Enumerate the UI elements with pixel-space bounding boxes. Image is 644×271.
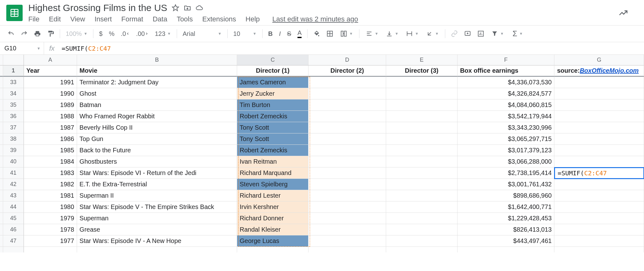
cell-g[interactable]	[554, 77, 644, 88]
cell-box-office[interactable]: $3,001,761,432	[458, 179, 554, 190]
spreadsheet-grid[interactable]: A B C D E F G 1 Year Movie Director (1) …	[0, 55, 644, 252]
cell-director[interactable]: Irvin Kershner	[237, 201, 308, 213]
row-header[interactable]: 38	[3, 133, 24, 145]
cell-g[interactable]: G10	[554, 156, 644, 167]
text-color-button[interactable]: A	[295, 27, 304, 40]
name-box[interactable]: G10▼	[0, 42, 44, 54]
cell-director[interactable]: George Lucas	[237, 235, 308, 247]
cell-g[interactable]	[554, 145, 644, 156]
cell-director3[interactable]	[386, 201, 458, 213]
insert-link-button[interactable]	[448, 28, 460, 39]
cell-g[interactable]	[554, 179, 644, 190]
text-rotate-button[interactable]: ▼	[423, 29, 442, 38]
cell-box-office[interactable]: $3,343,230,996	[458, 122, 554, 133]
cell-g[interactable]	[554, 224, 644, 235]
cell-director2[interactable]	[308, 201, 386, 213]
cell-g[interactable]	[554, 88, 644, 99]
cell-director[interactable]: Steven Spielberg	[237, 179, 308, 190]
cell-director[interactable]: Ivan Reitman	[237, 156, 308, 167]
cell-director3[interactable]	[386, 77, 458, 88]
cell-box-office[interactable]: $3,542,179,944	[458, 111, 554, 122]
row-header[interactable]: 36	[3, 111, 24, 122]
cell-box-office[interactable]: $1,229,428,453	[458, 213, 554, 224]
cell-movie[interactable]: Batman	[77, 99, 237, 111]
select-all-corner[interactable]	[3, 55, 24, 65]
header-director-2[interactable]: Director (2)	[308, 65, 386, 77]
menu-tools[interactable]: Tools	[177, 15, 193, 23]
cell-director2[interactable]	[308, 224, 386, 235]
zoom-dropdown[interactable]: 100%▼	[63, 29, 90, 39]
horizontal-align-button[interactable]: ▼	[363, 29, 381, 38]
doc-title[interactable]: Highest Grossing Films in the US	[28, 3, 167, 13]
header-director-3[interactable]: Director (3)	[386, 65, 458, 77]
sheets-logo[interactable]	[6, 5, 23, 21]
cell-director2[interactable]	[308, 190, 386, 201]
menu-extensions[interactable]: Extensions	[202, 15, 236, 23]
row-header[interactable]: 46	[3, 224, 24, 235]
cell-g[interactable]	[554, 235, 644, 247]
row-header[interactable]: 40	[3, 156, 24, 167]
header-movie[interactable]: Movie	[77, 65, 237, 77]
cell-director2[interactable]	[308, 213, 386, 224]
cell-director3[interactable]	[386, 88, 458, 99]
merge-cells-button[interactable]: ▼	[337, 29, 356, 38]
cell-g[interactable]	[554, 99, 644, 111]
cell-movie[interactable]: Ghost	[77, 88, 237, 99]
cell-director3[interactable]	[386, 156, 458, 167]
last-edit-link[interactable]: Last edit was 2 minutes ago	[272, 15, 358, 23]
cell-movie[interactable]: Star Wars: Episode VI - Return of the Je…	[77, 167, 237, 179]
cell-movie[interactable]: Star Wars: Episode IV - A New Hope	[77, 235, 237, 247]
row-header[interactable]: 33	[3, 77, 24, 88]
row-header[interactable]: 41	[3, 167, 24, 179]
cell-director[interactable]: Robert Zemeckis	[237, 145, 308, 156]
cell-director3[interactable]	[386, 190, 458, 201]
cell-g[interactable]	[554, 133, 644, 145]
cell-movie[interactable]: Star Wars: Episode V - The Empire Strike…	[77, 201, 237, 213]
cell-movie[interactable]: Superman II	[77, 190, 237, 201]
cloud-status-icon[interactable]	[196, 4, 204, 12]
cell-movie[interactable]: E.T. the Extra-Terrestrial	[77, 179, 237, 190]
col-header-G[interactable]: G	[554, 55, 644, 65]
cell-year[interactable]: 1991	[24, 77, 77, 88]
cell-director2[interactable]	[308, 99, 386, 111]
menu-insert[interactable]: Insert	[95, 15, 112, 23]
cell-director2[interactable]	[308, 156, 386, 167]
cell-director[interactable]: Richard Donner	[237, 213, 308, 224]
cell-year[interactable]: 1988	[24, 111, 77, 122]
cell-director3[interactable]	[386, 111, 458, 122]
vertical-align-button[interactable]: ▼	[383, 29, 402, 38]
cell-year[interactable]: 1981	[24, 190, 77, 201]
menu-view[interactable]: View	[70, 15, 85, 23]
cell-year[interactable]: 1979	[24, 213, 77, 224]
cell-movie[interactable]: Ghostbusters	[77, 156, 237, 167]
cell-director3[interactable]	[386, 167, 458, 179]
cell-year[interactable]: 1982	[24, 179, 77, 190]
undo-icon[interactable]	[5, 28, 17, 39]
header-year[interactable]: Year	[24, 65, 77, 77]
col-header-A[interactable]: A	[24, 55, 77, 65]
menu-file[interactable]: File	[28, 15, 39, 23]
header-source[interactable]: source: BoxOfficeMojo.com	[554, 65, 644, 77]
bold-button[interactable]: B	[266, 28, 275, 39]
cell-director2[interactable]	[308, 122, 386, 133]
row-header[interactable]: 43	[3, 190, 24, 201]
cell-director2[interactable]	[308, 88, 386, 99]
row-header[interactable]: 45	[3, 213, 24, 224]
cell-director3[interactable]	[386, 224, 458, 235]
cell-g[interactable]	[554, 213, 644, 224]
activity-trend-icon[interactable]	[618, 8, 638, 18]
row-header[interactable]: 47	[3, 235, 24, 247]
cell-movie[interactable]: Superman	[77, 213, 237, 224]
col-header-B[interactable]: B	[77, 55, 237, 65]
cell-director[interactable]: Tony Scott	[237, 133, 308, 145]
cell-box-office[interactable]: $4,084,060,815	[458, 99, 554, 111]
redo-icon[interactable]	[18, 28, 30, 39]
cell-g[interactable]: =SUMIF(C2:C47	[554, 167, 644, 179]
cell-movie[interactable]: Grease	[77, 224, 237, 235]
cell-box-office[interactable]: $3,017,379,123	[458, 145, 554, 156]
cell-director2[interactable]	[308, 167, 386, 179]
strikethrough-button[interactable]: S	[285, 28, 294, 39]
increase-decimal-button[interactable]: .00	[134, 28, 151, 39]
cell-year[interactable]: 1978	[24, 224, 77, 235]
cell-director2[interactable]	[308, 133, 386, 145]
